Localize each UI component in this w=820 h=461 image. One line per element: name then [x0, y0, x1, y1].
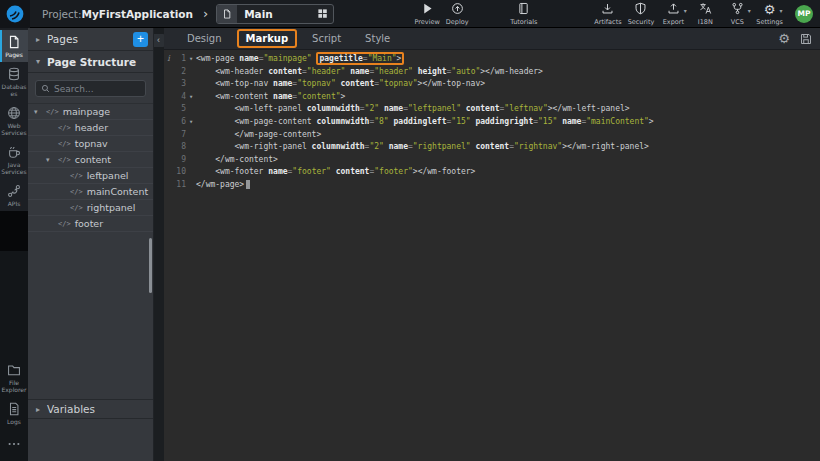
tree-item-leftpanel[interactable]: </>leftpanel	[28, 168, 153, 184]
pages-panel-header[interactable]: ▸ Pages +	[28, 28, 153, 51]
chevron-down-icon: ▾	[779, 7, 782, 14]
gutter-spacer	[164, 154, 173, 167]
tab-script[interactable]: Script	[303, 29, 350, 48]
vcs-button[interactable]: ▾VCS	[722, 2, 752, 26]
chevron-down-icon: ▾	[748, 7, 751, 14]
plug-icon	[7, 184, 21, 198]
rail-item-java-services[interactable]: Java Services	[0, 140, 28, 179]
gutter-spacer	[164, 103, 173, 116]
editor-settings-gear-icon[interactable]: ⚙	[778, 32, 790, 45]
deploy-button[interactable]: Deploy	[442, 2, 472, 26]
tree-item-label: mainpage	[63, 106, 110, 117]
sidebar-footer	[28, 419, 153, 461]
code-line-1[interactable]: i1▾<wm-page name="mainpage" pagetitle="M…	[164, 53, 820, 66]
fold-arrow-icon[interactable]: ▾	[186, 116, 196, 129]
settings-button[interactable]: ⚙▾Settings	[754, 2, 785, 26]
fold-spacer	[186, 141, 196, 154]
code-line-3[interactable]: 3 <wm-top-nav name="topnav" content="top…	[164, 78, 820, 91]
tree-item-mainpage[interactable]: ▾</>mainpage	[28, 104, 153, 120]
code-text: <wm-page-content columnwidth="8" padding…	[196, 116, 654, 129]
tree-item-topnav[interactable]: </>topnav	[28, 136, 153, 152]
code-line-10[interactable]: 10 <wm-footer name="footer" content="foo…	[164, 166, 820, 179]
grid-icon[interactable]	[311, 8, 333, 19]
code-icon: </>	[70, 204, 83, 212]
artifacts-button[interactable]: Artifacts	[592, 2, 623, 26]
code-line-11[interactable]: 11</wm-page>	[164, 179, 820, 192]
gutter-spacer	[164, 116, 173, 129]
code-line-2[interactable]: 2 <wm-header content="header" name="head…	[164, 66, 820, 79]
code-line-7[interactable]: 7 </wm-page-content>	[164, 129, 820, 142]
page-structure-header[interactable]: ▾ Page Structure	[28, 51, 153, 73]
chevron-right-icon: ▸	[36, 405, 47, 414]
page-tab-main[interactable]: Main	[216, 4, 334, 24]
code-line-6[interactable]: 6▾ <wm-page-content columnwidth="8" padd…	[164, 116, 820, 129]
rail-top-group: PagesDatabasesWeb ServicesJava ServicesA…	[0, 28, 28, 211]
breadcrumb-chevron-icon: ›	[203, 6, 208, 21]
line-number: 6	[173, 116, 186, 129]
export-tray-icon	[667, 2, 680, 15]
tree-item-label: header	[75, 122, 108, 133]
gutter-spacer	[164, 78, 173, 91]
rail-item-file-explorer[interactable]: File Explorer	[0, 358, 28, 397]
tree-item-footer[interactable]: </>footer	[28, 216, 153, 232]
action-label: Deploy	[446, 18, 469, 26]
tutorials-button[interactable]: Tutorials	[508, 2, 539, 26]
avatar[interactable]: MP	[795, 5, 813, 23]
preview-button[interactable]: Preview	[412, 2, 442, 26]
fold-spacer	[186, 166, 196, 179]
gutter-spacer	[164, 129, 173, 142]
export-button[interactable]: ▾Export	[658, 2, 688, 26]
action-label: Tutorials	[510, 18, 537, 26]
code-text: <wm-content name="content">	[196, 91, 345, 104]
rail-bottom-group: File ExplorerLogs	[0, 358, 28, 461]
page-structure-title: Page Structure	[47, 56, 136, 68]
rail-item-logs[interactable]: Logs	[0, 397, 28, 429]
chevron-down-icon[interactable]: ▾	[34, 108, 46, 116]
fold-spacer	[186, 129, 196, 142]
tab-design[interactable]: Design	[178, 29, 231, 48]
rail-divider	[0, 211, 28, 251]
fold-arrow-icon[interactable]: ▾	[186, 91, 196, 104]
annotation-highlight: pagetitle="Main">	[316, 52, 404, 65]
rail-item-web-services[interactable]: Web Services	[0, 101, 28, 140]
folder-icon	[7, 363, 21, 377]
markup-code-editor[interactable]: i1▾<wm-page name="mainpage" pagetitle="M…	[164, 50, 820, 461]
breadcrumb-project[interactable]: Project:MyFirstApplication	[42, 8, 193, 20]
tree-item-rightpanel[interactable]: </>rightpanel	[28, 200, 153, 216]
gutter-spacer	[164, 91, 173, 104]
shield-icon	[634, 2, 647, 15]
tree-item-mainContent[interactable]: </>mainContent	[28, 184, 153, 200]
fold-arrow-icon[interactable]: ▾	[186, 53, 196, 66]
code-icon: </>	[58, 140, 71, 148]
save-icon[interactable]	[800, 33, 812, 45]
line-number: 8	[173, 141, 186, 154]
rail-item-pages[interactable]: Pages	[0, 30, 28, 62]
tab-style[interactable]: Style	[356, 29, 399, 48]
code-text: </wm-content>	[196, 154, 278, 167]
search-box[interactable]	[35, 80, 146, 97]
code-icon: </>	[58, 124, 71, 132]
i18n-button[interactable]: I18N	[690, 2, 720, 26]
add-page-button[interactable]: +	[133, 32, 148, 47]
sidebar-scrollbar[interactable]	[149, 238, 152, 293]
page-tab-label: Main	[237, 8, 311, 20]
code-line-9[interactable]: 9 </wm-content>	[164, 154, 820, 167]
rail-item-databases[interactable]: Databases	[0, 62, 28, 101]
fold-spacer	[186, 78, 196, 91]
code-text: </wm-page-content>	[196, 129, 321, 142]
tab-markup[interactable]: Markup	[237, 29, 298, 48]
chevron-down-icon[interactable]: ▾	[46, 156, 58, 164]
code-text: <wm-header content="header" name="header…	[196, 66, 543, 79]
variables-header[interactable]: ▸ Variables	[28, 399, 153, 419]
tree-item-header[interactable]: </>header	[28, 120, 153, 136]
tree-item-content[interactable]: ▾</>content	[28, 152, 153, 168]
wavemaker-logo-icon[interactable]	[0, 0, 30, 28]
security-button[interactable]: Security	[626, 2, 657, 26]
rail-item-apis[interactable]: APIs	[0, 179, 28, 211]
search-input[interactable]	[54, 84, 140, 94]
code-line-4[interactable]: 4▾ <wm-content name="content">	[164, 91, 820, 104]
line-number: 11	[173, 179, 186, 192]
code-line-5[interactable]: 5 <wm-left-panel columnwidth="2" name="l…	[164, 103, 820, 116]
code-line-8[interactable]: 8 <wm-right-panel columnwidth="2" name="…	[164, 141, 820, 154]
rail-item-ellipsis[interactable]	[0, 429, 28, 459]
